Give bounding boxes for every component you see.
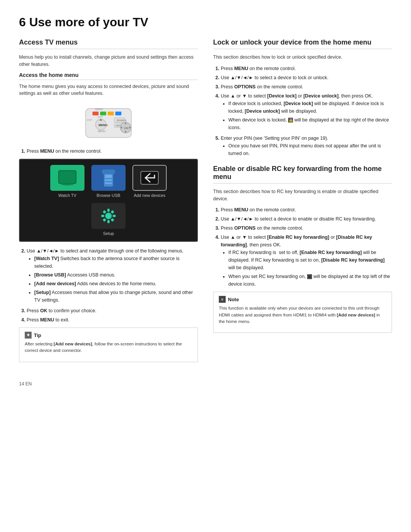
step-4-menu-exit: Press MENU to exit. bbox=[27, 316, 198, 324]
rc-forwarding-steps: Press MENU on the remote control. Use ▲/… bbox=[213, 206, 392, 288]
lock-bullet-1: If device lock is unlocked, [Device lock… bbox=[228, 100, 392, 115]
lock-bullet-2: When device lock is locked, 🔒 will be di… bbox=[228, 116, 392, 131]
svg-rect-3 bbox=[108, 112, 114, 115]
svg-rect-38 bbox=[103, 210, 107, 214]
rc-bullet-1: If RC key forwarding is set to off, [Ena… bbox=[228, 249, 392, 272]
rc-step-1: Press MENU on the remote control. bbox=[221, 206, 392, 214]
svg-rect-4 bbox=[115, 112, 121, 115]
svg-rect-39 bbox=[111, 210, 115, 214]
rc-step-4: Use ▲ or ▼ to select [Enable RC key forw… bbox=[221, 233, 392, 288]
access-home-menu-subsection: Access the home menu The home menu gives… bbox=[19, 72, 198, 362]
lock-unlock-steps: Press MENU on the remote control. Use ▲/… bbox=[213, 65, 392, 157]
lock-step-5-bullets: Once you have set PIN, PIN input menu do… bbox=[221, 142, 392, 157]
rc-forwarding-title: Enable or disable RC key forwarding from… bbox=[213, 165, 392, 184]
tv-menu-screenshot: Watch TV bbox=[19, 159, 198, 242]
svg-rect-34 bbox=[107, 209, 110, 212]
grid-icon: ▦ bbox=[307, 274, 312, 279]
lock-icon: 🔒 bbox=[288, 118, 293, 123]
lock-unlock-intro: This section describes how to lock or un… bbox=[213, 54, 392, 61]
note-icon: ≡ bbox=[219, 296, 226, 303]
right-column: Lock or unlock your device from the home… bbox=[213, 38, 392, 370]
tv-icon-setup-box bbox=[91, 203, 126, 229]
tv-menu-row-top: Watch TV bbox=[50, 165, 167, 198]
pin-bullet: Once you have set PIN, PIN input menu do… bbox=[228, 142, 392, 157]
menu-options-list: [Watch TV] Switches back to the antenna … bbox=[27, 255, 198, 304]
tip-header: ✦ Tip bbox=[25, 332, 192, 339]
svg-text:EXIT: EXIT bbox=[98, 116, 103, 118]
svg-rect-28 bbox=[105, 179, 112, 181]
gear-icon bbox=[99, 206, 118, 225]
access-tv-menus-section: Access TV menus Menus help you to instal… bbox=[19, 38, 198, 362]
lock-step-4-bullets: If device lock is unlocked, [Device lock… bbox=[221, 100, 392, 131]
rc-step-4-bullets: If RC key forwarding is set to off, [Ena… bbox=[221, 249, 392, 288]
note-label: Note bbox=[228, 297, 239, 302]
svg-text:OK: OK bbox=[124, 126, 129, 130]
tv-item-label-setup: Setup bbox=[103, 231, 114, 236]
access-home-menu-body: The home menu gives you easy access to c… bbox=[19, 83, 198, 97]
lock-step-3: Press OPTIONS on the remote control. bbox=[221, 83, 392, 91]
tv-item-label-usb: Browse USB bbox=[97, 193, 120, 198]
svg-text:SOURCE: SOURCE bbox=[117, 119, 127, 121]
svg-rect-2 bbox=[100, 112, 106, 115]
tv-menu-item-add: Add new devices bbox=[132, 165, 167, 198]
tv-icon-usb-box bbox=[91, 165, 126, 191]
access-home-menu-title: Access the home menu bbox=[19, 72, 198, 80]
page-number: 14 EN bbox=[19, 381, 32, 387]
tv-screen-icon bbox=[57, 170, 78, 186]
svg-rect-40 bbox=[103, 218, 107, 222]
page-layout: 6 Use more of your TV Access TV menus Me… bbox=[19, 15, 392, 387]
svg-rect-1 bbox=[92, 112, 99, 115]
remote-svg: DEMO SOURCE OPTIONS EXIT MENU bbox=[55, 101, 162, 142]
svg-text:MENU: MENU bbox=[98, 130, 106, 133]
svg-point-33 bbox=[105, 213, 112, 219]
menu-option-watch: [Watch TV] Switches back to the antenna … bbox=[34, 255, 198, 270]
rc-forwarding-intro: This section describes how to RC key for… bbox=[213, 188, 392, 203]
add-devices-icon bbox=[139, 170, 160, 186]
tip-label: Tip bbox=[34, 332, 41, 338]
access-tv-menus-title: Access TV menus bbox=[19, 38, 198, 49]
svg-rect-36 bbox=[101, 215, 104, 217]
svg-text:EXIT: EXIT bbox=[87, 119, 92, 121]
svg-rect-24 bbox=[65, 184, 70, 185]
tv-icon-watch-box bbox=[50, 165, 84, 191]
lock-step-4: Use ▲ or ▼ to select [Device lock] or [D… bbox=[221, 92, 392, 131]
page-title: 6 Use more of your TV bbox=[19, 15, 392, 29]
svg-text:MENU: MENU bbox=[99, 123, 108, 127]
rc-step-3: Press OPTIONS on the remote control. bbox=[221, 224, 392, 232]
tv-menu-row-setup: Setup bbox=[91, 203, 126, 236]
two-col-layout: Access TV menus Menus help you to instal… bbox=[19, 38, 392, 370]
note-header: ≡ Note bbox=[219, 296, 386, 303]
svg-rect-37 bbox=[113, 215, 116, 217]
lock-step-5: Enter your PIN (see 'Setting your PIN' o… bbox=[221, 134, 392, 157]
svg-text:DEMO: DEMO bbox=[95, 108, 104, 110]
tip-star-icon: ✦ bbox=[25, 332, 32, 339]
tv-menu-item-watch: Watch TV bbox=[50, 165, 84, 198]
menu-option-add: [Add new devices] Adds new devices to th… bbox=[34, 280, 198, 288]
lock-step-1: Press MENU on the remote control. bbox=[221, 65, 392, 72]
step-3-ok: Press OK to confirm your choice. bbox=[27, 307, 198, 315]
step-2-navigate: Use ▲/▼/◄/► to select and navigate throu… bbox=[27, 247, 198, 304]
svg-rect-27 bbox=[105, 175, 112, 178]
rc-bullet-2: When you set RC key forwarding on, ▦ wil… bbox=[228, 273, 392, 288]
left-column: Access TV menus Menus help you to instal… bbox=[19, 38, 198, 370]
lock-unlock-section: Lock or unlock your device from the home… bbox=[213, 38, 392, 157]
lock-unlock-title: Lock or unlock your device from the home… bbox=[213, 38, 392, 49]
tv-item-label-watch: Watch TV bbox=[58, 193, 76, 198]
note-box: ≡ Note This function is available only w… bbox=[213, 292, 392, 333]
menu-option-usb: [Browse USB] Accesses USB menus. bbox=[34, 271, 198, 279]
menu-option-setup: [Setup] Accesses menus that allow you to… bbox=[34, 289, 198, 304]
access-tv-menus-intro: Menus help you to install channels, chan… bbox=[19, 54, 198, 68]
rc-forwarding-section: Enable or disable RC key forwarding from… bbox=[213, 165, 392, 333]
tv-item-label-add: Add new devices bbox=[134, 193, 165, 198]
svg-rect-35 bbox=[107, 220, 110, 223]
svg-rect-26 bbox=[102, 169, 115, 174]
tv-menu-item-setup: Setup bbox=[91, 203, 126, 236]
page-footer: 14 EN bbox=[19, 381, 392, 387]
note-body: This function is available only when you… bbox=[219, 305, 386, 325]
tip-box: ✦ Tip After selecting [Add new devices],… bbox=[19, 328, 198, 362]
usb-icon bbox=[101, 168, 116, 188]
step-list-after-menu: Use ▲/▼/◄/► to select and navigate throu… bbox=[19, 247, 198, 324]
remote-diagram: DEMO SOURCE OPTIONS EXIT MENU bbox=[19, 101, 198, 142]
svg-rect-41 bbox=[111, 218, 115, 222]
tv-icon-add-box bbox=[132, 165, 167, 191]
